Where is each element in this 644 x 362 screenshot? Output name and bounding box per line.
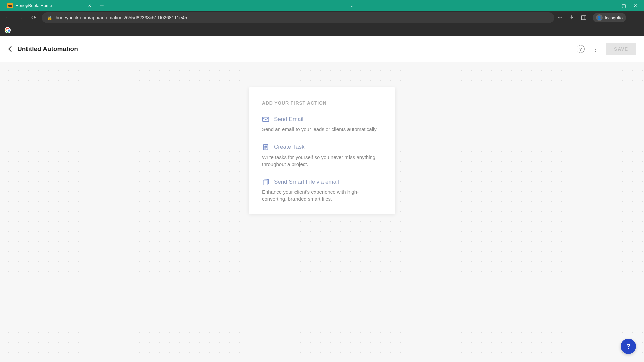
task-icon: [262, 143, 269, 151]
tabs-dropdown-icon[interactable]: ⌄: [350, 3, 353, 8]
browser-menu-icon[interactable]: ⋮: [632, 14, 638, 21]
action-title: Send Email: [274, 116, 303, 123]
add-action-card: ADD YOUR FIRST ACTION Send Email Send an…: [249, 87, 395, 214]
bookmark-star-icon[interactable]: ☆: [558, 15, 562, 21]
close-window-icon[interactable]: ✕: [633, 3, 637, 8]
header-right: ? ⋮ SAVE: [577, 43, 636, 55]
action-title: Create Task: [274, 144, 304, 150]
action-description: Enhance your client's experience with hi…: [262, 188, 382, 202]
browser-toolbar: ← → ⟳ 🔒 honeybook.com/app/automations/65…: [0, 11, 644, 24]
action-create-task[interactable]: Create Task Write tasks for yourself so …: [262, 143, 382, 168]
mail-icon: [262, 116, 269, 123]
google-bookmark-icon[interactable]: [5, 27, 11, 33]
incognito-badge[interactable]: 👤 Incognito: [593, 13, 626, 22]
more-menu-icon[interactable]: ⋮: [592, 45, 599, 53]
maximize-icon[interactable]: ▢: [622, 3, 626, 8]
window-controls: — ▢ ✕: [609, 3, 644, 8]
reload-icon[interactable]: ⟳: [29, 13, 38, 22]
download-icon[interactable]: [569, 15, 575, 21]
tab-close-icon[interactable]: ×: [87, 3, 93, 8]
save-button[interactable]: SAVE: [606, 43, 636, 55]
svg-rect-0: [581, 16, 586, 20]
action-send-smart-file[interactable]: Send Smart File via email Enhance your c…: [262, 178, 382, 202]
minimize-icon[interactable]: —: [609, 3, 614, 8]
lock-icon: 🔒: [47, 15, 52, 20]
action-description: Send an email to your leads or clients a…: [262, 126, 382, 133]
panel-icon[interactable]: [581, 15, 587, 21]
help-fab-button[interactable]: ?: [621, 339, 636, 354]
url-text: honeybook.com/app/automations/655d82338c…: [56, 15, 187, 20]
automation-canvas: ADD YOUR FIRST ACTION Send Email Send an…: [0, 62, 644, 362]
toolbar-right: ☆ 👤 Incognito ⋮: [558, 13, 641, 22]
action-description: Write tasks for yourself so you never mi…: [262, 154, 382, 168]
forward-icon: →: [16, 13, 25, 22]
address-bar[interactable]: 🔒 honeybook.com/app/automations/655d8233…: [42, 12, 554, 23]
tab-favicon: HB: [7, 3, 13, 8]
card-heading: ADD YOUR FIRST ACTION: [262, 100, 382, 106]
page-title: Untitled Automation: [17, 45, 78, 53]
app-header: Untitled Automation ? ⋮ SAVE: [0, 36, 644, 62]
bookmarks-bar: [0, 24, 644, 36]
file-icon: [262, 178, 269, 186]
tab-title: HoneyBook: Home: [15, 3, 52, 8]
back-arrow-button[interactable]: [8, 46, 12, 52]
action-title: Send Smart File via email: [274, 179, 339, 185]
svg-rect-8: [263, 180, 267, 185]
browser-tab[interactable]: HB HoneyBook: Home ×: [3, 0, 97, 11]
incognito-label: Incognito: [605, 15, 623, 20]
browser-tab-strip: HB HoneyBook: Home × + ⌄ — ▢ ✕: [0, 0, 644, 11]
action-send-email[interactable]: Send Email Send an email to your leads o…: [262, 116, 382, 133]
incognito-icon: 👤: [596, 14, 603, 21]
back-icon[interactable]: ←: [3, 13, 13, 22]
new-tab-button[interactable]: +: [100, 2, 104, 9]
help-icon[interactable]: ?: [577, 45, 585, 53]
